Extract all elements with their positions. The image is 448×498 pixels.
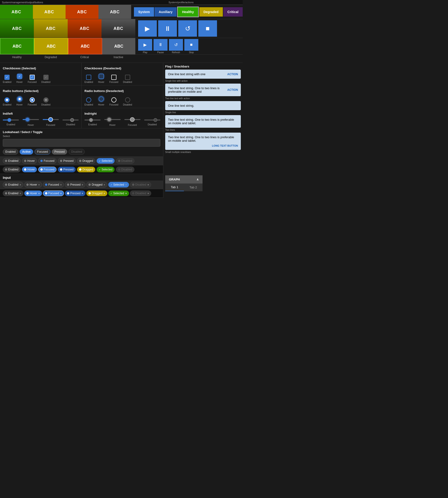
swatch-degraded-1: ABC	[33, 5, 66, 19]
filter-dark-focused[interactable]: Focused	[38, 167, 56, 172]
snackbar-single-no-action: One line text string.	[165, 101, 241, 110]
snackbar-text-5: Two line text string. One to two lines i…	[168, 135, 238, 142]
snackbar-two-action: Two line text string. One to two lines i…	[165, 83, 241, 96]
media-pause-small[interactable]: ⏸	[154, 39, 168, 51]
label-healthy: Healthy	[0, 56, 34, 59]
input-dark-disabled: Disabled✕	[130, 191, 151, 196]
filter-chip-hover[interactable]: Hover	[22, 158, 37, 164]
radio-selected-title: Radio buttons (Selected)	[3, 87, 79, 94]
graph-button[interactable]: GRAPH ∧	[165, 175, 203, 183]
input-chip-hover[interactable]: Hover✕	[24, 182, 42, 187]
slider-left-title: Ind/left	[3, 110, 79, 116]
checkboxes-selected-title: Checkboxes (Selected)	[3, 65, 79, 71]
swatch-critical-1: ABC	[65, 5, 98, 19]
chevron-up-icon: ∧	[196, 178, 199, 181]
media-refresh-label: Refresh	[172, 51, 180, 54]
chip-active[interactable]: Active	[20, 149, 33, 155]
checkbox-disabled: ✓	[43, 75, 48, 80]
tab-2[interactable]: Tab 2	[184, 183, 203, 191]
media-refresh-large[interactable]: ↺	[178, 20, 197, 37]
checkbox-desel-focused	[111, 75, 116, 80]
input-chip-focused[interactable]: Focused✕	[43, 182, 64, 187]
tab-system[interactable]: System	[134, 7, 154, 17]
swatch-healthy-3: ABC	[0, 38, 34, 54]
input-dark-focused[interactable]: Focused✕	[43, 191, 64, 196]
snackbar-text-2: Two line text string. One to two lines i…	[168, 86, 224, 93]
input-section-title: Input	[3, 176, 160, 180]
filter-chip-enabled[interactable]: Enabled	[3, 158, 20, 164]
flag-snackbar-title: Flag / Snackbars	[165, 65, 241, 68]
chip-pressed[interactable]: Pressed	[52, 149, 67, 155]
snackbar-single-line: Two line text string. One to two lines i…	[165, 115, 241, 128]
media-stop-large[interactable]: ■	[198, 20, 217, 37]
snackbar-single-action: One line text string with one ACTION	[165, 69, 241, 79]
input-chip-dragged[interactable]: Dragged✕	[86, 182, 107, 187]
radio-desel-hover	[98, 96, 105, 102]
radio-deselected-title: Radio buttons (Deselected)	[84, 87, 160, 94]
tab-healthy[interactable]: Healthy	[177, 7, 199, 17]
tab-critical[interactable]: Critical	[223, 7, 243, 17]
radio-disabled	[43, 97, 48, 102]
media-play-small[interactable]: ▶	[138, 39, 152, 51]
chip-focused[interactable]: Focused	[34, 149, 50, 155]
radio-hover	[16, 96, 23, 102]
filter-chip-focused[interactable]: Focused	[38, 158, 56, 164]
input-chip-enabled[interactable]: Enabled✕	[3, 182, 23, 187]
snackbar-long: Two line text string. One to two lines i…	[165, 133, 241, 150]
checkbox-enabled: ✓	[4, 75, 10, 80]
tab-1[interactable]: Tab 1	[165, 183, 184, 191]
swatch-inactive-3: ABC	[102, 38, 135, 54]
filter-dark-enabled[interactable]: Enabled	[3, 167, 20, 172]
input-chip-disabled: Disabled✕	[130, 182, 151, 187]
snackbar-subtitle-3: Single line	[165, 111, 241, 114]
checkbox-hover: ✓	[16, 73, 23, 80]
snackbar-long-action[interactable]: LONG TEXT BUTTON	[168, 144, 238, 147]
label-inactive: Inactive	[101, 56, 135, 59]
media-play-large[interactable]: ▶	[138, 20, 157, 37]
media-refresh-small[interactable]: ↺	[169, 39, 183, 51]
filter-chip-dragged[interactable]: Dragged	[77, 158, 95, 164]
input-dark-dragged[interactable]: Dragged✕	[86, 191, 107, 196]
radio-desel-focused	[111, 97, 116, 102]
media-stop-small[interactable]: ■	[184, 39, 198, 51]
input-dark-enabled[interactable]: Enabled✕	[3, 191, 23, 196]
media-stop-label: Stop	[189, 51, 194, 54]
snackbar-text-4: Two line text string. One to two lines i…	[168, 118, 238, 125]
tab-auxiliary[interactable]: Auxiliary	[155, 7, 177, 17]
snackbar-action-2[interactable]: ACTION	[227, 88, 238, 92]
lookahead-input[interactable]	[3, 139, 160, 147]
input-dark-pressed[interactable]: Pressed✕	[65, 191, 85, 196]
snackbar-text-1: One line text string with one	[168, 72, 224, 76]
checkbox-desel-enabled	[86, 75, 91, 80]
checkbox-desel-disabled	[125, 75, 130, 80]
snackbar-subtitle-4: Two lines	[165, 129, 241, 131]
tab-degraded[interactable]: Degraded	[199, 7, 223, 17]
snackbar-action-1[interactable]: ACTION	[227, 73, 238, 76]
snackbar-subtitle-2: Two line text with action	[165, 97, 241, 100]
chip-enabled[interactable]: Enabled	[3, 149, 18, 155]
filter-chip-selected[interactable]: ✓Selected	[96, 158, 114, 164]
swatch-inactive-1: ABC	[98, 5, 131, 19]
radio-focused	[30, 97, 35, 102]
swatch-critical-3: ABC	[68, 38, 102, 54]
chip-disabled[interactable]: Disabled	[69, 149, 85, 155]
filter-chip-pressed[interactable]: Pressed	[58, 158, 76, 164]
input-chip-pressed[interactable]: Pressed✕	[65, 182, 85, 187]
checkbox-focused: ✓	[30, 75, 35, 80]
filter-chip-disabled: Disabled	[116, 158, 134, 164]
filter-dark-selected[interactable]: ✓Selected	[96, 167, 114, 172]
snackbar-subtitle-1: Single line with action	[165, 80, 241, 82]
input-dark-hover[interactable]: Hover✕	[24, 191, 42, 196]
lookahead-title: Lookahead / Select / Toggle	[3, 130, 160, 134]
radio-enabled	[4, 97, 10, 102]
filter-dark-dragged[interactable]: Dragged	[77, 167, 95, 172]
swatch-degraded-3: ABC	[34, 38, 68, 54]
input-dark-selected[interactable]: ✓Selected✕	[108, 191, 129, 196]
slider-right-title: Ind/right	[84, 110, 160, 116]
swatch-critical-2: ABC	[68, 19, 101, 38]
filter-dark-pressed[interactable]: Pressed	[58, 167, 76, 172]
input-chip-selected[interactable]: ✓Selected✕	[108, 182, 129, 187]
filter-dark-hover[interactable]: Hover	[22, 167, 37, 172]
label-degraded: Degraded	[34, 56, 68, 59]
media-pause-large[interactable]: ⏸	[158, 20, 177, 37]
